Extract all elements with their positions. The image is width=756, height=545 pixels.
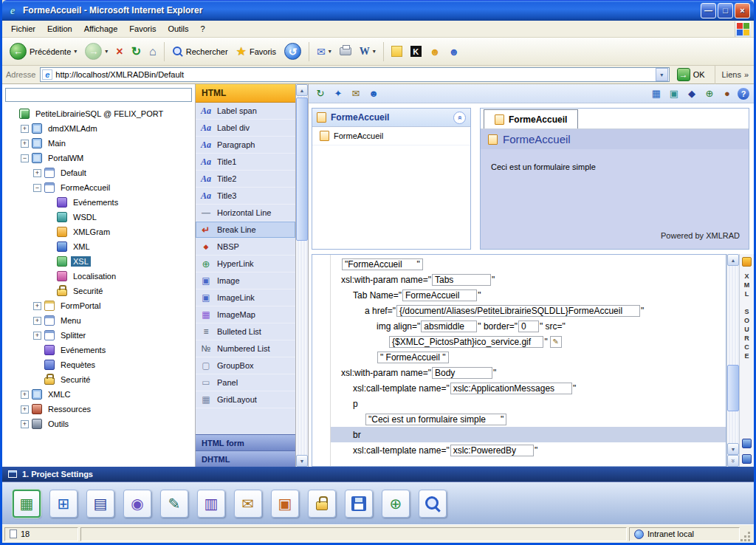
menu-edition[interactable]: Edition [41, 22, 78, 35]
titlebar[interactable]: e FormeAccueil - Microsoft Internet Expl… [2, 0, 754, 21]
menu-[interactable]: ? [195, 22, 211, 35]
xsl-node-row[interactable]: Tab Name="FormeAccueil " [331, 287, 726, 303]
help-icon[interactable]: ? [738, 88, 749, 100]
print-button[interactable] [337, 45, 354, 58]
edit-word-button[interactable]: W ▾ [357, 44, 379, 60]
scroll-track[interactable] [296, 96, 308, 455]
xsl-value-box[interactable]: xslc:PoweredBy [450, 445, 534, 456]
forward-dropdown-icon[interactable]: ▾ [105, 48, 108, 55]
home-button[interactable]: ⌂ [146, 43, 159, 61]
palette-item-title3[interactable]: AaTitle3 [196, 188, 295, 205]
settings-icon[interactable]: ● [720, 86, 735, 101]
palette-scrollbar[interactable]: ▲ ▼ [296, 84, 309, 467]
menu-outils[interactable]: Outils [162, 22, 194, 35]
xsl-node-row[interactable]: p [331, 396, 726, 411]
xsl-node-row[interactable]: img align="absmiddle " border="0 " src=" [331, 318, 726, 334]
palette-item-break-line[interactable]: ↵Break Line [196, 222, 295, 239]
new-form-button[interactable]: ⊞ [49, 490, 78, 518]
xsl-value-box[interactable]: {/document/Aliases/PetiteLibrairieSQLDLL… [396, 305, 640, 317]
xsl-value-box[interactable]: "FormeAccueil " [342, 258, 423, 270]
palette-header-dhtml[interactable]: DHTML [196, 450, 295, 467]
search-project-button[interactable]: ◉ [123, 490, 151, 518]
preview-button[interactable] [419, 490, 447, 518]
palette-item-panel[interactable]: ▭Panel [196, 374, 295, 391]
xsl-value-box[interactable]: FormeAccueil [402, 289, 477, 301]
palette-item-numbered-list[interactable]: №Numbered List [196, 340, 295, 357]
favorites-button[interactable]: ★ Favoris [233, 42, 279, 61]
xsl-value-box[interactable]: 0 [518, 321, 539, 332]
page-layout-button[interactable]: ▥ [197, 490, 225, 518]
xsl-node-row[interactable]: xsl:call-template name="xslc:PoweredBy " [331, 442, 726, 458]
research-button[interactable]: ☻ [427, 44, 444, 60]
tree-item-localisation[interactable]: Localisation [5, 269, 192, 284]
palette-item-title1[interactable]: AaTitle1 [196, 154, 295, 171]
xsl-value-box[interactable]: Body [432, 367, 492, 379]
tree-item-dmdxmladm[interactable]: +dmdXMLAdm [5, 121, 192, 136]
collapse-icon[interactable]: − [21, 154, 29, 162]
palette-item-gridlayout[interactable]: ▦GridLayout [196, 391, 295, 408]
xsl-node-row[interactable]: xsl:call-template name="xslc:Application… [331, 380, 726, 396]
menu-favoris[interactable]: Favoris [123, 22, 162, 35]
web-icon[interactable]: ⊕ [702, 86, 717, 101]
save-button[interactable] [345, 490, 373, 518]
address-dropdown-button[interactable]: ▾ [656, 68, 668, 81]
tree-item-xml[interactable]: XML [5, 239, 192, 254]
xsl-value-box[interactable]: " FormeAccueil " [377, 352, 449, 363]
xsl-value-box[interactable]: absmiddle [421, 321, 477, 332]
xsl-value-box[interactable]: "Ceci est un formulaire simple " [365, 414, 506, 425]
palette-item-imagelink[interactable]: ▣ImageLink [196, 289, 295, 306]
search-button[interactable]: Rechercher [169, 44, 231, 59]
xsl-node-row[interactable]: "FormeAccueil " [331, 256, 726, 272]
tree-item-menu[interactable]: +Menu [5, 313, 192, 328]
palette-item-imagemap[interactable]: ▦ImageMap [196, 306, 295, 323]
address-url[interactable]: http://localhost/XMLRADBin/Default [55, 70, 652, 79]
xsl-node-row[interactable]: xsl:with-param name="Body " [331, 365, 726, 380]
edit-value-icon[interactable]: ✎ [550, 336, 562, 348]
back-dropdown-icon[interactable]: ▾ [74, 48, 77, 55]
collapse-icon[interactable]: − [33, 184, 41, 192]
links-button[interactable]: Liens » [722, 70, 750, 79]
scroll-thumb[interactable] [727, 365, 739, 411]
tree-item-portalwm[interactable]: −PortalWM [5, 151, 192, 165]
scroll-track[interactable] [727, 266, 739, 443]
expand-icon[interactable]: + [21, 391, 29, 399]
scroll-up-icon[interactable]: ▲ [296, 84, 308, 96]
document-button[interactable]: ▤ [86, 490, 114, 518]
tree-item-securit[interactable]: Securité [5, 372, 192, 387]
expand-icon[interactable]: + [33, 332, 41, 340]
tree-item-ressources[interactable]: +Ressources [5, 402, 192, 417]
scroll-thumb[interactable] [296, 97, 308, 241]
xml-doc-icon[interactable] [742, 257, 752, 267]
mail-button[interactable]: ✉ ▾ [314, 44, 334, 60]
k-addon-button[interactable]: K [408, 44, 425, 59]
scroll-down-icon[interactable]: ▼ [727, 443, 739, 455]
tree-item-securit[interactable]: Securité [5, 284, 192, 298]
sql-view-icon[interactable] [742, 439, 752, 448]
tree-item-petitelibrairiesql-felix-port[interactable]: PetiteLibrairieSQL @ FELIX_PORT [5, 106, 192, 121]
palette-item-paragraph[interactable]: AaParagraph [196, 137, 295, 154]
palette-item-horizontal-line[interactable]: —Horizontal Line [196, 205, 295, 222]
forward-button[interactable]: → ▾ [82, 41, 111, 62]
menu-fichier[interactable]: Fichier [5, 22, 41, 35]
palette-header-html[interactable]: HTML [196, 84, 295, 103]
edit-source-button[interactable]: ✎ [160, 490, 188, 518]
package-button[interactable]: ▣ [271, 490, 299, 518]
expand-icon[interactable]: + [21, 420, 29, 428]
expand-icon[interactable]: + [33, 302, 41, 310]
xsl-node-row[interactable]: br [331, 427, 726, 442]
expand-icon[interactable]: + [33, 169, 41, 177]
mail-dropdown-icon[interactable]: ▾ [329, 48, 331, 55]
publish-icon[interactable]: ✉ [348, 86, 363, 101]
expand-icon[interactable]: + [21, 125, 29, 133]
project-settings-button[interactable]: ▦ [13, 490, 41, 518]
xsl-value-box[interactable]: Tabs [432, 274, 491, 286]
tree-item-ev-nements[interactable]: Evénements [5, 195, 192, 210]
tree-item-default[interactable]: +Default [5, 165, 192, 180]
maximize-button[interactable]: □ [718, 3, 733, 18]
discuss-button[interactable] [388, 44, 405, 59]
word-dropdown-icon[interactable]: ▾ [373, 48, 376, 55]
project-settings-bar[interactable]: 1. Project Settings [2, 467, 754, 481]
palette-item-bulleted-list[interactable]: ≡Bulleted List [196, 323, 295, 340]
expand-icon[interactable]: + [21, 140, 29, 148]
xsl-node-row[interactable]: {$XMLC_PictosPath}ico_service.gif "✎ [331, 334, 726, 349]
